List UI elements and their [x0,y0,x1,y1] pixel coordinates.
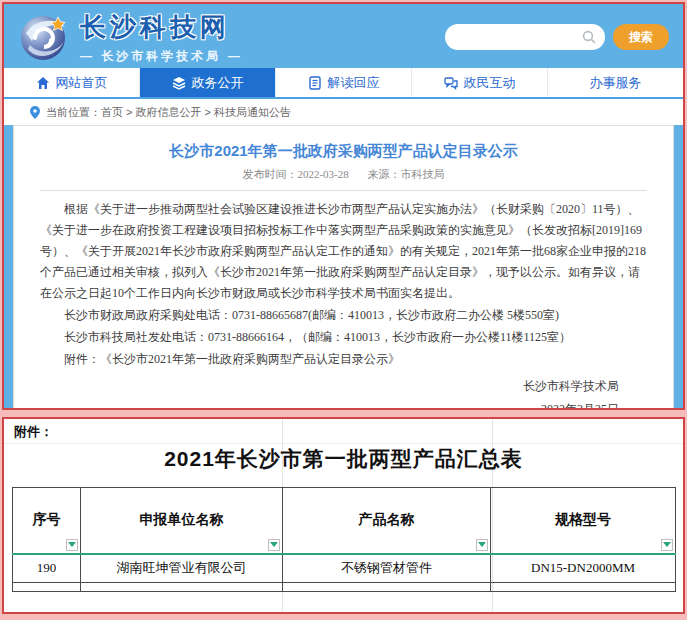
col-header-serial: 序号 [13,488,81,554]
content-belt: 长沙市2021年第一批政府采购两型产品认定目录公示 发布时间：2022-03-2… [4,125,683,410]
cell-product: 不锈钢管材管件 [283,554,491,583]
cell-serial: 190 [13,554,81,583]
divider [40,190,647,191]
site-header: 长沙科技网 — 长沙市科学技术局 — 搜索 [4,4,683,68]
nav-item-gov-disclosure[interactable]: 政务公开 [140,68,276,97]
nav-item-interpretation[interactable]: 解读回应 [276,68,412,97]
filter-dropdown-icon[interactable] [476,539,488,551]
article-source: 来源：市科技局 [368,168,445,180]
contact-science-bureau: 长沙市科技局社发处电话：0731-88666164，（邮编：410013，长沙市… [40,327,647,348]
nav-item-services[interactable]: 办事服务 [548,68,683,97]
col-header-company: 申报单位名称 [81,488,283,554]
col-header-spec: 规格型号 [491,488,676,554]
breadcrumb[interactable]: 当前位置：首页 > 政府信息公开 > 科技局通知公告 [4,99,683,125]
site-subtitle: — 长沙市科学技术局 — [80,48,243,65]
search-icon [582,30,596,44]
site-logo-icon [18,11,70,63]
publish-date: 发布时间：2022-03-28 [242,168,348,180]
attachment-table-title: 2021年长沙市第一批两型产品汇总表 [4,441,683,481]
article-card: 长沙市2021年第一批政府采购两型产品认定目录公示 发布时间：2022-03-2… [13,125,674,410]
signature-org: 长沙市科学技术局 [40,370,647,395]
cell-spec: DN15-DN2000MM [491,554,676,583]
attachment-reference: 附件：《长沙市2021年第一批政府采购两型产品认定目录公示》 [40,349,647,370]
location-pin-icon [30,106,40,119]
layers-icon [172,76,186,90]
contact-finance-bureau: 长沙市财政局政府采购处电话：0731-88665687(邮编：410013，长沙… [40,305,647,326]
col-header-product: 产品名称 [283,488,491,554]
article-paragraph: 根据《关于进一步推动两型社会试验区建设推进长沙市两型产品认定实施办法》（长财采购… [40,199,647,304]
nav-item-interaction[interactable]: 政民互动 [412,68,548,97]
webpage-screenshot: 长沙科技网 — 长沙市科学技术局 — 搜索 网站首页 [2,2,685,410]
home-icon [36,76,50,90]
products-table: 序号 申报单位名称 产品名称 规格型号 190 湖南旺坤管业有限公司 不锈钢管材… [12,487,676,592]
table-header-row: 序号 申报单位名称 产品名称 规格型号 [13,488,676,554]
filter-dropdown-icon[interactable] [661,539,673,551]
document-icon [308,76,322,90]
article-title: 长沙市2021年第一批政府采购两型产品认定目录公示 [40,136,647,167]
search-button[interactable]: 搜索 [613,24,669,50]
attachment-table-screenshot: 附件： 2021年长沙市第一批两型产品汇总表 序号 申报单位名称 产品名称 规格… [2,417,685,614]
table-row: 190 湖南旺坤管业有限公司 不锈钢管材管件 DN15-DN2000MM [13,554,676,583]
cell-company: 湖南旺坤管业有限公司 [81,554,283,583]
filter-dropdown-icon[interactable] [66,539,78,551]
filter-dropdown-icon[interactable] [268,539,280,551]
attachment-label: 附件： [4,419,683,441]
section-gap [2,410,685,417]
nav-item-home[interactable]: 网站首页 [4,68,140,97]
table-row-clipped [13,583,676,592]
signature-date: 2022年3月25日 [40,395,647,410]
main-nav: 网站首页 政务公开 解读回应 政民互动 [4,68,683,99]
site-title: 长沙科技网 [80,10,243,45]
breadcrumb-label: 当前位置：首页 > 政府信息公开 > 科技局通知公告 [46,105,291,120]
search-area: 搜索 [445,24,669,50]
search-input[interactable] [445,24,605,50]
article-meta: 发布时间：2022-03-28 来源：市科技局 [40,167,647,190]
site-brand[interactable]: 长沙科技网 — 长沙市科学技术局 — [18,10,243,65]
chat-icon [444,76,458,90]
